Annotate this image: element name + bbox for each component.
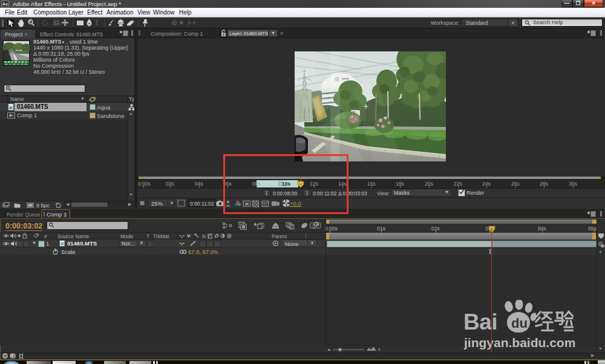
svg-text:8 bpc: 8 bpc — [36, 203, 50, 209]
svg-text:du: du — [511, 316, 528, 331]
svg-text:fx: fx — [202, 233, 206, 239]
